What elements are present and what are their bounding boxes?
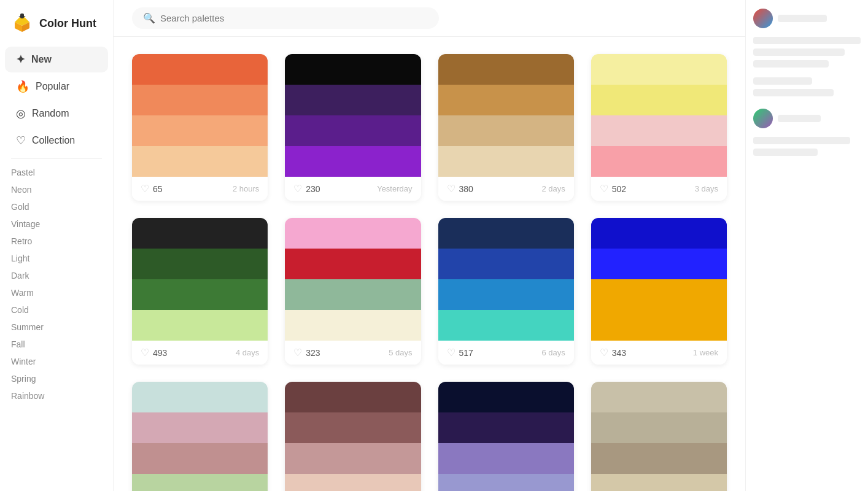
time-label: 6 days: [541, 348, 565, 357]
blurred-text-4: [753, 77, 812, 85]
tag-retro[interactable]: Retro: [0, 233, 113, 250]
nav-label-new: New: [31, 54, 52, 65]
search-icon: 🔍: [143, 12, 155, 24]
like-count: 323: [306, 348, 320, 358]
palette-card[interactable]: ♡: [285, 382, 420, 491]
nav-label-popular: Popular: [36, 81, 69, 92]
heart-icon: ♡: [447, 183, 455, 195]
collection-icon: ♡: [16, 134, 26, 147]
color-swatch: [285, 279, 420, 310]
palette-card[interactable]: ♡ 65 2 hours: [132, 54, 268, 201]
color-swatch: [132, 412, 268, 443]
palette-colors: [438, 54, 574, 177]
palette-card[interactable]: ♡ 493 4 days: [132, 218, 268, 365]
palette-card[interactable]: ♡ 502 3 days: [591, 54, 727, 201]
palette-card[interactable]: ♡: [132, 382, 268, 491]
palette-footer: ♡ 323 5 days: [285, 341, 420, 365]
nav-item-random[interactable]: ◎ Random: [5, 101, 108, 126]
color-swatch: [132, 115, 268, 146]
palette-colors: [591, 218, 727, 341]
tag-vintage[interactable]: Vintage: [0, 215, 113, 233]
like-count: 65: [153, 184, 163, 194]
like-area[interactable]: ♡ 493: [141, 347, 167, 358]
palette-card[interactable]: ♡: [591, 382, 727, 491]
palette-colors: [285, 218, 420, 341]
color-swatch: [591, 54, 727, 85]
like-count: 230: [306, 184, 320, 194]
tag-cold[interactable]: Cold: [0, 301, 113, 319]
tag-spring[interactable]: Spring: [0, 370, 113, 387]
color-swatch: [132, 474, 268, 491]
color-swatch: [591, 310, 727, 341]
like-count: 493: [153, 348, 167, 358]
palette-card[interactable]: ♡ 323 5 days: [285, 218, 420, 365]
like-area[interactable]: ♡ 380: [447, 183, 473, 195]
palette-card[interactable]: ♡ 517 6 days: [438, 218, 574, 365]
palette-card[interactable]: ♡ 230 Yesterday: [285, 54, 420, 201]
tag-neon[interactable]: Neon: [0, 181, 113, 198]
blurred-text-7: [753, 149, 818, 156]
color-swatch: [132, 443, 268, 474]
search-input[interactable]: [160, 13, 428, 23]
tag-summer[interactable]: Summer: [0, 319, 113, 336]
like-area[interactable]: ♡ 517: [447, 347, 473, 358]
nav-item-popular[interactable]: 🔥 Popular: [5, 74, 108, 99]
color-swatch: [285, 474, 420, 491]
color-swatch: [591, 279, 727, 310]
color-swatch: [132, 54, 268, 85]
palette-footer: ♡ 65 2 hours: [132, 177, 268, 201]
palette-colors: [132, 382, 268, 491]
palette-colors: [438, 382, 574, 491]
palette-footer: ♡ 502 3 days: [591, 177, 727, 201]
color-swatch: [438, 218, 574, 249]
blurred-username: [778, 115, 821, 122]
tag-dark[interactable]: Dark: [0, 267, 113, 284]
logo[interactable]: Color Hunt: [0, 6, 113, 45]
color-swatch: [132, 218, 268, 249]
color-swatch: [285, 382, 420, 412]
popular-icon: 🔥: [16, 80, 29, 93]
tag-gold[interactable]: Gold: [0, 198, 113, 215]
color-swatch: [132, 310, 268, 341]
tag-winter[interactable]: Winter: [0, 353, 113, 370]
color-swatch: [438, 146, 574, 177]
palette-card[interactable]: ♡ 380 2 days: [438, 54, 574, 201]
color-swatch: [438, 54, 574, 85]
blurred-text-5: [753, 89, 834, 96]
palette-card[interactable]: ♡: [438, 382, 574, 491]
color-swatch: [285, 115, 420, 146]
color-swatch: [132, 249, 268, 279]
like-area[interactable]: ♡ 65: [141, 183, 163, 195]
color-swatch: [591, 382, 727, 412]
color-swatch: [132, 279, 268, 310]
color-swatch: [438, 85, 574, 115]
tag-light[interactable]: Light: [0, 250, 113, 267]
tag-list: PastelNeonGoldVintageRetroLightDarkWarmC…: [0, 164, 113, 404]
palette-footer: ♡ 343 1 week: [591, 341, 727, 365]
nav-item-collection[interactable]: ♡ Collection: [5, 128, 108, 153]
avatar-2: [753, 109, 773, 128]
like-area[interactable]: ♡ 323: [293, 347, 320, 358]
tag-fall[interactable]: Fall: [0, 336, 113, 353]
color-swatch: [438, 115, 574, 146]
like-area[interactable]: ♡ 343: [600, 347, 626, 358]
header: 🔍: [114, 0, 745, 37]
like-count: 517: [459, 348, 473, 358]
color-swatch: [591, 249, 727, 279]
palette-footer: ♡ 517 6 days: [438, 341, 574, 365]
like-area[interactable]: ♡ 502: [600, 183, 626, 195]
color-swatch: [591, 218, 727, 249]
search-bar[interactable]: 🔍: [132, 7, 439, 29]
heart-icon: ♡: [293, 183, 302, 195]
like-area[interactable]: ♡ 230: [293, 183, 320, 195]
svg-rect-1: [20, 14, 24, 18]
tag-warm[interactable]: Warm: [0, 284, 113, 301]
right-panel: [745, 0, 868, 491]
palette-card[interactable]: ♡ 343 1 week: [591, 218, 727, 365]
blurred-text-6: [753, 137, 850, 144]
nav-item-new[interactable]: ✦ New: [5, 47, 108, 72]
tag-pastel[interactable]: Pastel: [0, 164, 113, 181]
color-swatch: [591, 85, 727, 115]
time-label: Yesterday: [377, 184, 412, 193]
tag-rainbow[interactable]: Rainbow: [0, 387, 113, 404]
